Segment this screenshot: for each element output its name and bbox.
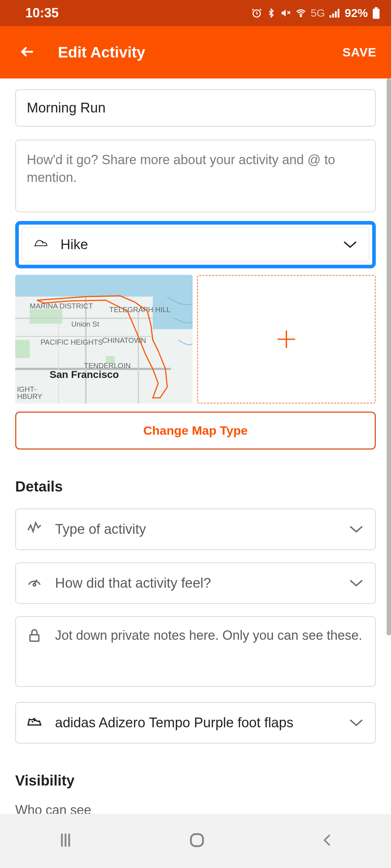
recents-button[interactable] (57, 831, 74, 850)
svg-rect-22 (30, 635, 39, 641)
chevron-down-icon (348, 522, 364, 537)
private-notes-placeholder: Jot down private notes here. Only you ca… (55, 628, 362, 643)
lock-icon (27, 628, 42, 646)
svg-rect-8 (373, 9, 380, 19)
svg-point-21 (33, 583, 36, 586)
battery-label: 92% (345, 7, 368, 20)
media-row: MARINA DISTRICT TELEGRAPH HILL Union St … (15, 275, 376, 404)
mute-icon (280, 8, 291, 18)
type-of-activity-dropdown[interactable]: Type of activity (15, 509, 376, 550)
wifi-icon (295, 8, 306, 18)
map-label-hbury: HBURY (17, 392, 42, 401)
details-heading: Details (15, 478, 376, 495)
save-button[interactable]: SAVE (342, 45, 377, 59)
add-media-button[interactable] (197, 275, 376, 404)
shoe-icon (27, 714, 42, 732)
activity-type-highlight: Hike (15, 221, 376, 268)
alarm-icon (251, 8, 262, 18)
type-of-activity-label: Type of activity (55, 522, 146, 537)
home-button[interactable] (188, 831, 206, 851)
activity-graph-icon (27, 520, 42, 539)
back-button[interactable] (18, 44, 36, 61)
gear-dropdown[interactable]: adidas Adizero Tempo Purple foot flaps (15, 702, 376, 744)
private-notes-input[interactable]: Jot down private notes here. Only you ca… (15, 616, 376, 687)
map-city-label: San Francisco (50, 369, 119, 380)
svg-point-3 (300, 15, 302, 17)
app-bar: Edit Activity SAVE (0, 26, 391, 78)
activity-type-label: Hike (60, 237, 88, 252)
bluetooth-icon (266, 8, 276, 18)
plus-icon (276, 329, 297, 350)
map-label-telegraph: TELEGRAPH HILL (109, 306, 171, 314)
back-nav-button[interactable] (320, 831, 334, 850)
hike-icon (33, 237, 49, 253)
status-bar: 10:35 5G 92% (0, 0, 391, 26)
svg-rect-9 (375, 7, 378, 9)
battery-icon (372, 7, 380, 19)
chevron-down-icon (342, 237, 358, 252)
svg-rect-26 (191, 834, 203, 846)
activity-title-input[interactable]: Morning Run (15, 89, 376, 127)
system-nav-bar (0, 814, 391, 868)
map-label-union: Union St (71, 320, 99, 328)
svg-rect-4 (329, 15, 331, 17)
activity-description-input[interactable]: How'd it go? Share more about your activ… (15, 140, 376, 212)
chevron-down-icon (348, 715, 364, 731)
page-title: Edit Activity (58, 44, 145, 61)
map-label-marina: MARINA DISTRICT (30, 302, 93, 310)
scrollbar[interactable] (387, 78, 391, 635)
feel-label: How did that activity feel? (55, 575, 211, 591)
network-label: 5G (311, 7, 325, 19)
svg-rect-7 (337, 9, 339, 18)
gear-value: adidas Adizero Tempo Purple foot flaps (55, 715, 293, 731)
status-indicators: 5G 92% (251, 7, 380, 20)
map-label-pacific: PACIFIC HEIGHTS (41, 338, 103, 346)
svg-rect-5 (332, 13, 334, 17)
svg-rect-13 (15, 340, 30, 358)
svg-rect-12 (30, 309, 62, 324)
visibility-heading: Visibility (15, 773, 376, 789)
chevron-down-icon (348, 575, 364, 591)
status-time: 10:35 (25, 5, 59, 21)
map-label-chinatown: CHINATOWN (102, 336, 146, 345)
svg-rect-6 (335, 11, 337, 18)
gauge-icon (27, 574, 42, 592)
signal-icon (329, 8, 340, 18)
activity-type-dropdown[interactable]: Hike (22, 227, 369, 262)
feel-dropdown[interactable]: How did that activity feel? (15, 562, 376, 604)
map-thumbnail[interactable]: MARINA DISTRICT TELEGRAPH HILL Union St … (15, 275, 193, 404)
change-map-type-button[interactable]: Change Map Type (15, 412, 376, 450)
